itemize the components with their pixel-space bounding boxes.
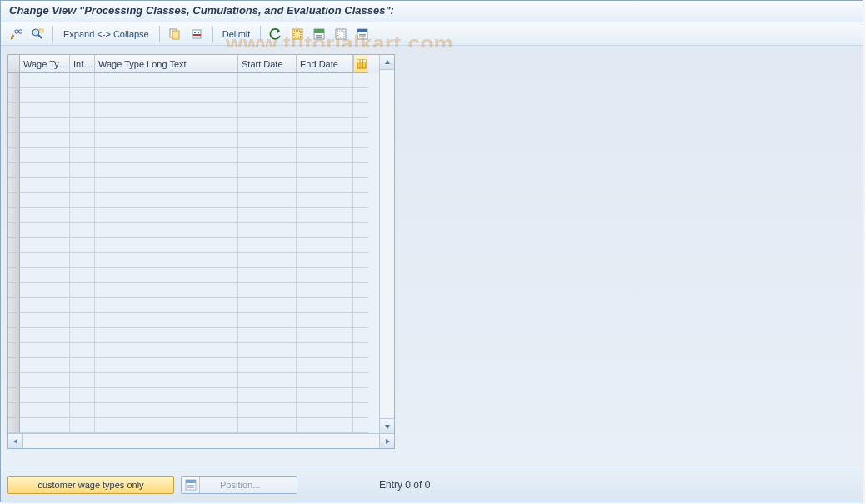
cell-long_text[interactable] bbox=[95, 283, 238, 298]
row-selector[interactable] bbox=[8, 178, 20, 193]
cell-end[interactable] bbox=[297, 313, 353, 328]
scroll-right-button[interactable] bbox=[379, 434, 394, 448]
cell-start[interactable] bbox=[238, 223, 297, 238]
row-selector[interactable] bbox=[8, 388, 20, 403]
col-header-end-date[interactable]: End Date bbox=[297, 55, 353, 73]
row-selector[interactable] bbox=[8, 163, 20, 178]
position-button[interactable]: Position... bbox=[181, 476, 298, 494]
toggle-display-change-button[interactable] bbox=[6, 26, 26, 42]
cell-long_text[interactable] bbox=[95, 388, 238, 403]
cell-long_text[interactable] bbox=[95, 418, 238, 433]
cell-start[interactable] bbox=[238, 313, 297, 328]
cell-start[interactable] bbox=[238, 298, 297, 313]
cell-inf[interactable] bbox=[70, 238, 95, 253]
cell-end[interactable] bbox=[297, 253, 353, 268]
row-selector[interactable] bbox=[8, 298, 20, 313]
delimit-button[interactable]: Delimit bbox=[218, 26, 256, 42]
row-selector[interactable] bbox=[8, 328, 20, 343]
cell-start[interactable] bbox=[238, 418, 297, 433]
cell-inf[interactable] bbox=[70, 403, 95, 418]
col-header-inf[interactable]: Inf… bbox=[70, 55, 95, 73]
row-selector[interactable] bbox=[8, 223, 20, 238]
horizontal-scrollbar[interactable] bbox=[8, 433, 394, 448]
cell-start[interactable] bbox=[238, 403, 297, 418]
cell-wage_type[interactable] bbox=[20, 163, 70, 178]
cell-long_text[interactable] bbox=[95, 238, 238, 253]
cell-start[interactable] bbox=[238, 268, 297, 283]
cell-start[interactable] bbox=[238, 163, 297, 178]
col-header-long-text[interactable]: Wage Type Long Text bbox=[95, 55, 238, 73]
cell-wage_type[interactable] bbox=[20, 118, 70, 133]
cell-long_text[interactable] bbox=[95, 403, 238, 418]
cell-start[interactable] bbox=[238, 358, 297, 373]
cell-end[interactable] bbox=[297, 208, 353, 223]
cell-end[interactable] bbox=[297, 133, 353, 148]
cell-start[interactable] bbox=[238, 148, 297, 163]
row-selector[interactable] bbox=[8, 268, 20, 283]
cell-start[interactable] bbox=[238, 253, 297, 268]
cell-long_text[interactable] bbox=[95, 373, 238, 388]
select-all-button[interactable] bbox=[288, 26, 308, 42]
select-all-rows-header[interactable] bbox=[8, 55, 20, 73]
cell-inf[interactable] bbox=[70, 148, 95, 163]
cell-long_text[interactable] bbox=[95, 313, 238, 328]
cell-end[interactable] bbox=[297, 283, 353, 298]
cell-start[interactable] bbox=[238, 118, 297, 133]
cell-inf[interactable] bbox=[70, 388, 95, 403]
cell-inf[interactable] bbox=[70, 133, 95, 148]
cell-wage_type[interactable] bbox=[20, 328, 70, 343]
cell-wage_type[interactable] bbox=[20, 148, 70, 163]
cell-inf[interactable] bbox=[70, 193, 95, 208]
select-block-button[interactable] bbox=[309, 26, 329, 42]
row-selector[interactable] bbox=[8, 343, 20, 358]
cell-end[interactable] bbox=[297, 418, 353, 433]
cell-long_text[interactable] bbox=[95, 223, 238, 238]
cell-long_text[interactable] bbox=[95, 253, 238, 268]
row-selector[interactable] bbox=[8, 103, 20, 118]
cell-start[interactable] bbox=[238, 283, 297, 298]
cell-wage_type[interactable] bbox=[20, 268, 70, 283]
cell-end[interactable] bbox=[297, 73, 353, 88]
cell-inf[interactable] bbox=[70, 358, 95, 373]
cell-inf[interactable] bbox=[70, 298, 95, 313]
cell-start[interactable] bbox=[238, 133, 297, 148]
row-selector[interactable] bbox=[8, 148, 20, 163]
cell-end[interactable] bbox=[297, 178, 353, 193]
cell-wage_type[interactable] bbox=[20, 133, 70, 148]
cell-long_text[interactable] bbox=[95, 298, 238, 313]
cell-inf[interactable] bbox=[70, 118, 95, 133]
row-selector[interactable] bbox=[8, 253, 20, 268]
cell-inf[interactable] bbox=[70, 103, 95, 118]
expand-collapse-button[interactable]: Expand <-> Collapse bbox=[58, 26, 154, 42]
cell-inf[interactable] bbox=[70, 253, 95, 268]
cell-inf[interactable] bbox=[70, 178, 95, 193]
cell-long_text[interactable] bbox=[95, 73, 238, 88]
cell-start[interactable] bbox=[238, 103, 297, 118]
cell-wage_type[interactable] bbox=[20, 208, 70, 223]
cell-inf[interactable] bbox=[70, 88, 95, 103]
cell-wage_type[interactable] bbox=[20, 403, 70, 418]
cell-end[interactable] bbox=[297, 328, 353, 343]
cell-start[interactable] bbox=[238, 88, 297, 103]
cell-long_text[interactable] bbox=[95, 148, 238, 163]
cell-long_text[interactable] bbox=[95, 178, 238, 193]
cell-wage_type[interactable] bbox=[20, 73, 70, 88]
cell-wage_type[interactable] bbox=[20, 253, 70, 268]
cell-start[interactable] bbox=[238, 343, 297, 358]
cell-inf[interactable] bbox=[70, 328, 95, 343]
cell-long_text[interactable] bbox=[95, 208, 238, 223]
cell-end[interactable] bbox=[297, 358, 353, 373]
row-selector[interactable] bbox=[8, 418, 20, 433]
cell-start[interactable] bbox=[238, 328, 297, 343]
table-config-button[interactable] bbox=[353, 55, 368, 73]
cell-end[interactable] bbox=[297, 268, 353, 283]
cell-wage_type[interactable] bbox=[20, 238, 70, 253]
cell-inf[interactable] bbox=[70, 268, 95, 283]
delete-button[interactable] bbox=[187, 26, 207, 42]
row-selector[interactable] bbox=[8, 208, 20, 223]
details-button[interactable] bbox=[28, 26, 48, 42]
row-selector[interactable] bbox=[8, 373, 20, 388]
cell-inf[interactable] bbox=[70, 313, 95, 328]
row-selector[interactable] bbox=[8, 193, 20, 208]
row-selector[interactable] bbox=[8, 358, 20, 373]
